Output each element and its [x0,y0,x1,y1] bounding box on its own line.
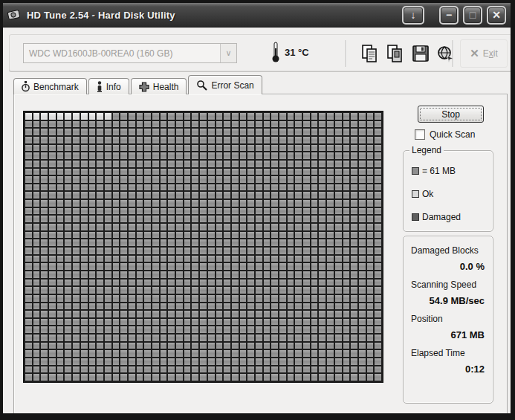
scan-block [271,303,278,310]
download-window-button[interactable]: ↓ [402,6,424,25]
stat-position: Position 671 MB [411,314,486,340]
scan-block [311,161,318,167]
scan-block [73,311,80,317]
save-icon[interactable] [411,44,430,63]
scan-block [184,232,191,239]
minimize-button[interactable]: − [439,6,459,25]
scan-block [359,169,366,175]
scan-block [81,263,88,270]
scan-block [152,358,159,365]
scan-block [327,192,334,198]
scan-block [25,232,32,239]
app-window: HD Tune 2.54 - Hard Disk Utility ↓ − □ ✕… [0,0,515,420]
scan-block [89,224,96,230]
scan-block [105,366,111,373]
scan-block [264,145,271,152]
scan-block [295,326,302,333]
tab-strip: Benchmark Info Health Error Scan [13,75,264,94]
scan-block [367,176,374,183]
scan-block [184,358,191,365]
scan-block [216,350,223,357]
scan-block [288,129,294,135]
copy-icon[interactable] [360,44,380,63]
scan-block [351,208,357,215]
scan-block [271,224,278,230]
scan-block [200,161,207,167]
scan-block [129,192,135,198]
scan-block [49,326,56,333]
scan-block [33,208,40,215]
scan-block [41,280,48,286]
scan-block [192,350,198,357]
scan-block [224,216,230,222]
scan-block [97,216,103,222]
scan-block [200,216,207,222]
scan-block [247,350,254,357]
scan-block [184,113,191,120]
scan-block [168,176,175,183]
scan-block [113,303,120,310]
scan-block [81,358,88,365]
scan-block [120,256,127,262]
tab-health[interactable]: Health [131,78,187,94]
scan-block [367,216,374,222]
copy-pages-icon[interactable] [386,44,405,63]
scan-block [192,366,198,373]
scan-block [129,350,135,357]
scan-block [144,192,151,198]
magnifier-icon [196,80,207,91]
scan-block [232,303,239,310]
scan-block [49,311,56,317]
scan-block [192,256,198,262]
scan-block [105,239,111,246]
scan-block [375,152,381,159]
drive-select-dropdown[interactable]: WDC WD1600JB-00REA0 (160 GB) ∨ [23,43,237,63]
scan-block [319,295,325,302]
scan-block [375,145,381,152]
scan-block [271,169,278,175]
scan-block [73,287,80,294]
scan-block [200,208,207,215]
scan-block [81,145,88,152]
temperature-value: 31 °C [285,47,309,58]
scan-block [279,129,286,135]
scan-block [295,184,302,191]
scan-block [184,208,191,215]
scan-block [65,137,71,143]
scan-block [311,248,318,254]
scan-block [144,303,151,310]
maximize-button[interactable]: □ [463,6,482,25]
scan-block [184,311,191,317]
chevron-down-icon[interactable]: ∨ [220,44,236,62]
scan-block [351,350,357,357]
scan-block [113,350,120,357]
scan-block [367,326,374,333]
quick-scan-checkbox[interactable] [415,129,425,140]
scan-block [49,232,56,239]
tab-error-scan[interactable]: Error Scan [188,75,262,94]
scan-block [65,326,71,333]
scan-block [144,358,151,365]
scan-block [25,184,32,191]
stop-button[interactable]: Stop [418,106,484,123]
scan-block [271,280,278,286]
scan-block [113,280,120,286]
scan-block [343,137,350,143]
scan-block [240,200,247,207]
scan-block [319,326,325,333]
scan-block [105,176,111,183]
exit-button[interactable]: ✕ Exit [460,39,508,68]
scan-block [208,263,215,270]
scan-block [57,280,64,286]
scan-block [161,358,167,365]
scan-block [279,152,286,159]
tab-info[interactable]: Info [88,78,129,94]
scan-block [216,335,223,341]
scan-block [161,326,167,333]
scan-block [256,239,262,246]
scan-block [327,358,334,365]
tab-benchmark[interactable]: Benchmark [13,78,87,94]
scan-block [295,121,302,128]
close-button[interactable]: ✕ [487,6,506,25]
scan-block [232,311,239,317]
